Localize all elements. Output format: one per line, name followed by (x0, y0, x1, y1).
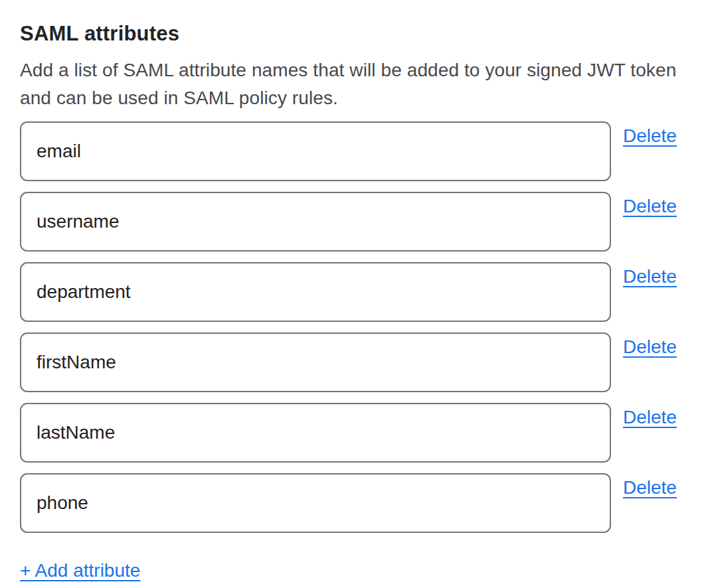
saml-attribute-row: Delete (20, 192, 688, 252)
saml-attribute-input[interactable] (20, 192, 611, 252)
page-title: SAML attributes (20, 22, 688, 46)
delete-attribute-link[interactable]: Delete (623, 195, 677, 218)
description-line: Add a list of SAML attribute names that … (20, 56, 688, 84)
saml-attribute-input[interactable] (20, 121, 611, 181)
saml-attribute-row: Delete (20, 121, 688, 181)
saml-attribute-row: Delete (20, 473, 688, 533)
delete-attribute-link[interactable]: Delete (623, 125, 677, 147)
saml-attribute-input[interactable] (20, 332, 611, 392)
description-line: and can be used in SAML policy rules. (20, 84, 688, 112)
saml-attribute-input[interactable] (20, 262, 611, 322)
add-attribute-link[interactable]: + Add attribute (20, 559, 140, 582)
saml-attribute-input[interactable] (20, 473, 611, 533)
saml-attribute-list: Delete Delete Delete Delete Delete Delet… (20, 121, 688, 533)
saml-attribute-row: Delete (20, 403, 688, 463)
section-description: Add a list of SAML attribute names that … (20, 56, 688, 112)
delete-attribute-link[interactable]: Delete (623, 336, 677, 358)
delete-attribute-link[interactable]: Delete (623, 265, 677, 288)
delete-attribute-link[interactable]: Delete (623, 406, 677, 429)
saml-attribute-input[interactable] (20, 403, 611, 463)
saml-attribute-row: Delete (20, 332, 688, 392)
delete-attribute-link[interactable]: Delete (623, 477, 677, 499)
saml-attribute-row: Delete (20, 262, 688, 322)
